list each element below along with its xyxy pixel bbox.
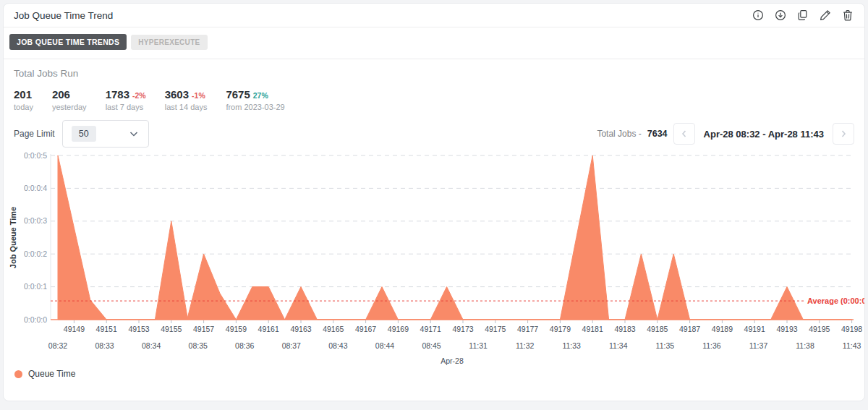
delete-icon[interactable] xyxy=(841,9,854,22)
svg-text:0:0:0:3: 0:0:0:3 xyxy=(24,216,47,225)
svg-text:08:35: 08:35 xyxy=(189,341,208,350)
svg-text:49193: 49193 xyxy=(776,325,797,333)
svg-text:Apr-28: Apr-28 xyxy=(441,356,464,365)
svg-text:49161: 49161 xyxy=(258,325,279,333)
tab-bar: JOB QUEUE TIME TRENDS HYPEREXECUTE xyxy=(4,27,864,59)
chart-legend: Queue Time xyxy=(4,369,864,379)
svg-text:49167: 49167 xyxy=(355,325,376,333)
info-icon[interactable] xyxy=(752,9,765,22)
svg-text:0:0:0:1: 0:0:0:1 xyxy=(24,282,47,291)
next-page-button[interactable] xyxy=(833,123,854,145)
stat-label: today xyxy=(14,103,33,111)
stat-last-14-days: 3603 -1% last 14 days xyxy=(165,88,208,111)
chevron-left-icon xyxy=(679,129,689,139)
svg-text:0:0:0:4: 0:0:0:4 xyxy=(24,184,47,192)
total-jobs-label: Total Jobs - xyxy=(597,129,641,139)
svg-text:49175: 49175 xyxy=(485,325,506,333)
copy-icon[interactable] xyxy=(796,9,809,22)
svg-text:49187: 49187 xyxy=(679,325,700,333)
stat-change: 27% xyxy=(253,91,268,100)
svg-text:49198: 49198 xyxy=(841,325,862,333)
svg-text:49185: 49185 xyxy=(647,325,668,333)
svg-text:0:0:0:2: 0:0:0:2 xyxy=(24,249,47,258)
svg-text:08:32: 08:32 xyxy=(48,341,67,350)
download-icon[interactable] xyxy=(774,9,787,22)
prev-page-button[interactable] xyxy=(673,123,695,145)
tab-job-queue-time-trends[interactable]: JOB QUEUE TIME TRENDS xyxy=(9,34,127,50)
stat-value: 206 xyxy=(52,88,70,101)
svg-text:08:34: 08:34 xyxy=(142,341,161,350)
total-jobs-value: 7634 xyxy=(647,129,668,139)
svg-text:08:44: 08:44 xyxy=(375,341,394,350)
stat-label: last 14 days xyxy=(165,103,208,111)
widget-card: Job Queue Time Trend JOB QUEUE TIME TREN… xyxy=(3,3,865,401)
stat-from-date: 7675 27% from 2023-03-29 xyxy=(226,88,284,111)
svg-text:08:45: 08:45 xyxy=(422,341,441,350)
tab-hyperexecute[interactable]: HYPEREXECUTE xyxy=(131,35,207,50)
svg-text:49181: 49181 xyxy=(582,325,603,333)
legend-swatch xyxy=(14,370,22,378)
svg-text:49163: 49163 xyxy=(290,325,311,333)
stat-label: last 7 days xyxy=(106,103,146,111)
stat-value: 201 xyxy=(14,88,32,101)
svg-text:49183: 49183 xyxy=(614,325,635,333)
svg-text:49151: 49151 xyxy=(96,325,117,333)
stat-change: -2% xyxy=(132,91,146,100)
svg-text:11:33: 11:33 xyxy=(562,341,581,350)
legend-label[interactable]: Queue Time xyxy=(28,369,75,379)
svg-text:49195: 49195 xyxy=(809,325,830,333)
svg-text:08:37: 08:37 xyxy=(282,341,301,350)
stats-section: Total Jobs Run 201 today 206 yesterday 1… xyxy=(4,59,864,111)
widget-header: Job Queue Time Trend xyxy=(4,4,864,27)
chevron-right-icon xyxy=(838,129,848,139)
svg-text:49169: 49169 xyxy=(388,325,409,333)
stat-value: 7675 xyxy=(226,88,250,101)
stat-today: 201 today xyxy=(14,88,33,111)
header-actions xyxy=(752,9,854,22)
svg-text:49153: 49153 xyxy=(128,325,149,333)
svg-text:08:33: 08:33 xyxy=(95,341,114,350)
stat-label: from 2023-03-29 xyxy=(226,103,284,111)
queue-time-chart: 0:0:0:00:0:0:10:0:0:20:0:0:30:0:0:40:0:0… xyxy=(4,148,864,366)
svg-text:11:38: 11:38 xyxy=(796,341,814,350)
svg-text:49191: 49191 xyxy=(744,325,765,333)
stat-change: -1% xyxy=(192,91,205,100)
page-limit-value: 50 xyxy=(72,126,96,142)
chart-canvas: 0:0:0:00:0:0:10:0:0:20:0:0:30:0:0:40:0:0… xyxy=(4,148,864,366)
svg-text:08:43: 08:43 xyxy=(328,341,347,350)
pagination-group: Total Jobs - 7634 Apr-28 08:32 - Apr-28 … xyxy=(597,123,854,145)
svg-text:49177: 49177 xyxy=(517,325,538,333)
svg-text:49189: 49189 xyxy=(712,325,733,333)
svg-text:08:36: 08:36 xyxy=(235,341,254,350)
svg-text:11:37: 11:37 xyxy=(749,341,768,350)
stat-yesterday: 206 yesterday xyxy=(52,88,87,111)
chevron-down-icon xyxy=(128,128,140,140)
svg-text:11:31: 11:31 xyxy=(469,341,488,350)
svg-text:49179: 49179 xyxy=(550,325,571,333)
stats-title: Total Jobs Run xyxy=(14,68,854,79)
svg-text:49157: 49157 xyxy=(193,325,214,333)
edit-icon[interactable] xyxy=(819,9,832,22)
svg-text:11:34: 11:34 xyxy=(609,341,628,350)
svg-text:11:36: 11:36 xyxy=(702,341,721,350)
page-limit-select[interactable]: 50 xyxy=(62,120,149,148)
svg-text:49171: 49171 xyxy=(420,325,441,333)
svg-text:49159: 49159 xyxy=(226,325,247,333)
svg-text:11:35: 11:35 xyxy=(656,341,675,350)
stat-label: yesterday xyxy=(52,103,87,111)
controls-row: Page Limit 50 Total Jobs - 7634 Apr-28 0… xyxy=(4,120,864,148)
svg-text:49155: 49155 xyxy=(161,325,182,333)
svg-text:11:43: 11:43 xyxy=(843,341,861,350)
svg-text:0:0:0:5: 0:0:0:5 xyxy=(24,151,47,160)
stat-value: 3603 xyxy=(165,88,189,101)
svg-text:49149: 49149 xyxy=(64,325,85,333)
svg-text:49165: 49165 xyxy=(323,325,344,333)
svg-text:Job Queue Time: Job Queue Time xyxy=(9,207,17,268)
svg-text:11:32: 11:32 xyxy=(516,341,535,350)
date-range-label: Apr-28 08:32 - Apr-28 11:43 xyxy=(701,129,827,140)
stat-value: 1783 xyxy=(106,88,129,101)
svg-text:49173: 49173 xyxy=(452,325,473,333)
page-limit-label: Page Limit xyxy=(14,129,55,139)
page-title: Job Queue Time Trend xyxy=(14,10,113,21)
svg-text:Average (0:00:00): Average (0:00:00) xyxy=(807,296,864,305)
